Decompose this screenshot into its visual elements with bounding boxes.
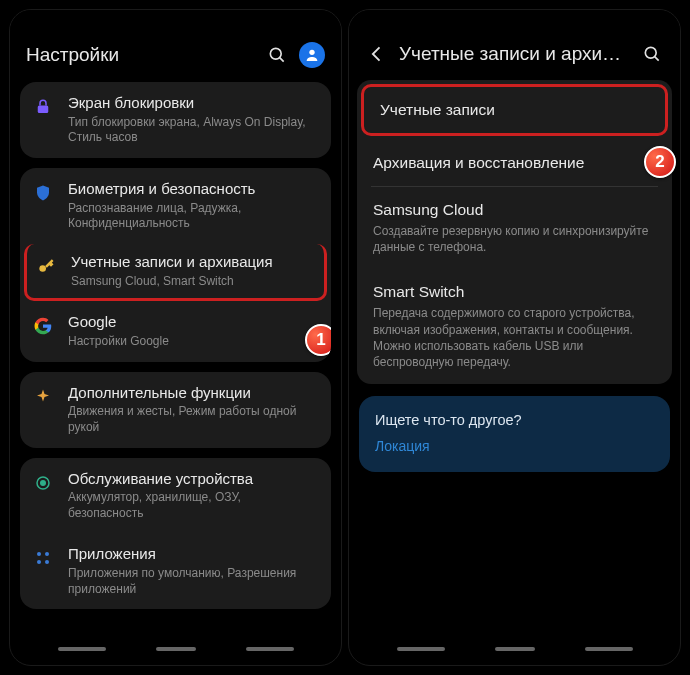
svg-point-0: [270, 48, 281, 59]
app-bar: Учетные записи и архивац…: [349, 30, 680, 80]
settings-list[interactable]: Экран блокировки Тип блокировки экрана, …: [10, 82, 341, 637]
back-icon[interactable]: [365, 42, 389, 66]
svg-point-4: [39, 265, 46, 272]
care-icon: [32, 472, 54, 494]
settings-row-biometrics[interactable]: Биометрия и безопасность Распознавание л…: [20, 168, 331, 244]
svg-point-10: [45, 560, 49, 564]
svg-line-1: [280, 58, 284, 62]
promo-card: Ищете что-то другое? Локация: [359, 396, 670, 472]
settings-group: Биометрия и безопасность Распознавание л…: [20, 168, 331, 362]
phone-left: Настройки Экран блокировки Тип блокировк…: [9, 9, 342, 666]
row-subtitle: Приложения по умолчанию, Разрешения прил…: [68, 566, 317, 597]
row-title: Обслуживание устройства: [68, 470, 317, 489]
settings-row-advanced[interactable]: Дополнительные функции Движения и жесты,…: [20, 372, 331, 448]
search-icon[interactable]: [640, 42, 664, 66]
row-title: Приложения: [68, 545, 317, 564]
list-item-smart-switch[interactable]: Smart Switch Передача содержимого со ста…: [357, 269, 672, 384]
item-title: Smart Switch: [373, 283, 656, 301]
row-title: Биометрия и безопасность: [68, 180, 317, 199]
row-title: Учетные записи и архивация: [71, 253, 314, 272]
promo-question: Ищете что-то другое?: [375, 412, 654, 428]
profile-avatar[interactable]: [299, 42, 325, 68]
svg-point-6: [41, 480, 46, 485]
android-navbar[interactable]: [349, 637, 680, 665]
row-subtitle: Настройки Google: [68, 334, 317, 350]
app-bar: Настройки: [10, 30, 341, 82]
item-title: Архивация и восстановление: [373, 154, 628, 172]
settings-row-lockscreen[interactable]: Экран блокировки Тип блокировки экрана, …: [20, 82, 331, 158]
page-title: Настройки: [26, 44, 255, 66]
svg-point-7: [37, 552, 41, 556]
settings-group: Экран блокировки Тип блокировки экрана, …: [20, 82, 331, 158]
settings-group: Обслуживание устройства Аккумулятор, хра…: [20, 458, 331, 610]
row-subtitle: Распознавание лица, Радужка, Конфиденциа…: [68, 201, 317, 232]
step-badge-2: 2: [644, 146, 676, 178]
row-title: Google: [68, 313, 317, 332]
row-subtitle: Samsung Cloud, Smart Switch: [71, 274, 314, 290]
settings-group: Дополнительные функции Движения и жесты,…: [20, 372, 331, 448]
svg-point-2: [309, 50, 314, 55]
promo-link-location[interactable]: Локация: [375, 438, 654, 454]
search-icon[interactable]: [265, 43, 289, 67]
svg-point-11: [645, 47, 656, 58]
item-title: Samsung Cloud: [373, 201, 656, 219]
google-icon: [32, 315, 54, 337]
svg-point-9: [37, 560, 41, 564]
step-badge-1: 1: [305, 324, 331, 356]
apps-icon: [32, 547, 54, 569]
shield-icon: [32, 182, 54, 204]
list-item-accounts[interactable]: Учетные записи: [361, 84, 668, 136]
row-subtitle: Движения и жесты, Режим работы одной рук…: [68, 404, 317, 435]
page-title: Учетные записи и архивац…: [399, 43, 630, 65]
svg-point-8: [45, 552, 49, 556]
item-subtitle: Передача содержимого со старого устройст…: [373, 305, 656, 370]
accounts-list: Учетные записи Архивация и восстановлени…: [349, 80, 680, 472]
android-navbar[interactable]: [10, 637, 341, 665]
svg-line-12: [655, 57, 659, 61]
status-bar: [10, 10, 341, 30]
item-subtitle: Создавайте резервную копию и синхронизир…: [373, 223, 656, 255]
item-title: Учетные записи: [380, 101, 649, 119]
key-icon: [35, 255, 57, 277]
sparkle-icon: [32, 386, 54, 408]
list-item-samsung-cloud[interactable]: Samsung Cloud Создавайте резервную копию…: [357, 187, 672, 269]
settings-row-devicecare[interactable]: Обслуживание устройства Аккумулятор, хра…: [20, 458, 331, 534]
settings-row-accounts[interactable]: Учетные записи и архивация Samsung Cloud…: [24, 244, 327, 301]
settings-row-apps[interactable]: Приложения Приложения по умолчанию, Разр…: [20, 533, 331, 609]
lock-icon: [32, 96, 54, 118]
dual-screenshot: Настройки Экран блокировки Тип блокировк…: [0, 0, 690, 675]
row-title: Экран блокировки: [68, 94, 317, 113]
row-subtitle: Аккумулятор, хранилище, ОЗУ, безопасност…: [68, 490, 317, 521]
phone-right: Учетные записи и архивац… Учетные записи…: [348, 9, 681, 666]
svg-rect-3: [38, 106, 49, 114]
row-subtitle: Тип блокировки экрана, Always On Display…: [68, 115, 317, 146]
settings-row-google[interactable]: Google Настройки Google: [20, 301, 331, 361]
list-item-backup[interactable]: Архивация и восстановление: [357, 140, 672, 186]
status-bar: [349, 10, 680, 30]
row-title: Дополнительные функции: [68, 384, 317, 403]
